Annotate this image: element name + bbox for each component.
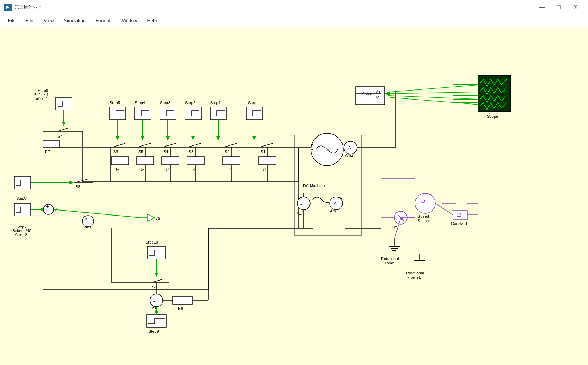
svg-marker-214: [155, 273, 158, 277]
svg-text:Constant: Constant: [451, 221, 467, 226]
svg-rect-27: [56, 97, 72, 110]
svg-marker-44: [69, 181, 74, 184]
step9-block[interactable]: Step9: [147, 315, 166, 333]
svg-rect-122: [223, 157, 240, 165]
svg-text:V_f: V_f: [297, 211, 303, 215]
step4-block[interactable]: Step4: [135, 101, 151, 120]
svg-line-216: [152, 279, 164, 282]
svg-rect-223: [173, 296, 192, 304]
svg-rect-211: [147, 246, 165, 259]
rotational-frame: [389, 239, 400, 251]
svg-rect-86: [246, 107, 262, 120]
svg-text:Step3: Step3: [160, 101, 170, 105]
svg-text:Sensor: Sensor: [418, 218, 430, 223]
rotational-frame1: [414, 254, 425, 265]
svg-text:S5: S5: [138, 149, 143, 154]
svg-line-91: [113, 143, 125, 147]
menu-view[interactable]: View: [38, 16, 59, 26]
menu-edit[interactable]: Edit: [20, 16, 38, 26]
svg-marker-81: [191, 136, 195, 140]
step7-block[interactable]: Step7 Before: 240 After: 0: [13, 203, 31, 236]
svg-rect-129: [259, 157, 276, 165]
svg-text:ω: ω: [421, 198, 425, 204]
step2-block[interactable]: Step2: [185, 101, 201, 120]
svg-text:R8: R8: [178, 306, 183, 310]
step6-block[interactable]: Step6 Before: 1 After: 0: [34, 88, 72, 110]
menu-format[interactable]: Format: [91, 16, 115, 26]
svg-marker-77: [166, 136, 170, 140]
svg-text:S2: S2: [225, 149, 229, 154]
svg-text:Frame1: Frame1: [407, 275, 421, 279]
svg-text:R7: R7: [45, 149, 50, 154]
svg-point-182: [415, 193, 435, 213]
menu-simulation[interactable]: Simulation: [59, 16, 91, 26]
svg-rect-228: [147, 315, 166, 327]
svg-text:12: 12: [456, 213, 461, 218]
svg-rect-115: [187, 157, 204, 165]
svg-text:Tm: Tm: [392, 225, 398, 229]
s9-switch[interactable]: S9: [149, 279, 169, 289]
svg-rect-108: [162, 157, 179, 165]
minimize-button[interactable]: —: [534, 0, 551, 14]
svg-text:-: -: [153, 299, 155, 304]
svg-text:Step5: Step5: [110, 101, 120, 105]
app-icon: ▶: [4, 4, 12, 11]
svg-text:R4: R4: [165, 167, 170, 172]
svg-line-176: [390, 85, 478, 92]
svg-text:Va: Va: [155, 216, 160, 220]
svg-text:S1: S1: [261, 149, 265, 154]
svg-text:Step1: Step1: [210, 101, 221, 105]
svg-text:Step4: Step4: [135, 101, 145, 105]
canvas-area[interactable]: Step6 Before: 1 After: 0 S7 R7 Step8: [0, 27, 588, 365]
svg-text:Rotational: Rotational: [381, 257, 399, 261]
svg-text:S7: S7: [58, 134, 62, 138]
menu-help[interactable]: Help: [142, 16, 162, 26]
menu-file[interactable]: File: [3, 16, 20, 26]
step5-block[interactable]: Step5: [110, 101, 126, 120]
svg-marker-73: [141, 136, 144, 140]
svg-rect-93: [111, 157, 129, 165]
s7-switch[interactable]: S7: [54, 128, 74, 138]
svg-marker-69: [116, 136, 119, 140]
svg-rect-74: [160, 107, 176, 120]
svg-text:Before: 1: Before: 1: [34, 93, 49, 97]
svg-text:After: 0: After: 0: [36, 97, 48, 101]
svg-text:DC Machine: DC Machine: [303, 184, 325, 188]
svg-text:-: -: [311, 151, 313, 155]
svg-line-189: [435, 203, 453, 215]
step8-block[interactable]: Step8: [14, 176, 31, 200]
svg-text:R5: R5: [139, 167, 144, 172]
svg-text:Speed: Speed: [418, 214, 429, 218]
svg-text:Probe: Probe: [361, 91, 372, 96]
svg-text:Step6: Step6: [38, 88, 48, 93]
svg-line-65: [54, 209, 140, 218]
maximize-button[interactable]: □: [551, 0, 567, 14]
close-button[interactable]: ✕: [567, 0, 584, 14]
svg-text:R2: R2: [226, 167, 231, 172]
svg-text:+: +: [85, 217, 87, 221]
svg-text:S8: S8: [75, 185, 80, 189]
titlebar: ▶ 第三周作业 * — □ ✕: [0, 0, 588, 14]
r7-resistor[interactable]: R7: [43, 140, 59, 154]
step3-block[interactable]: Step3: [160, 101, 176, 120]
svg-rect-101: [137, 157, 154, 165]
svg-rect-39: [43, 140, 59, 148]
svg-text:A: A: [348, 145, 351, 150]
svg-text:A: A: [334, 201, 337, 205]
menu-window[interactable]: Window: [115, 16, 142, 26]
svg-point-218: [150, 294, 163, 307]
svg-text:Step9: Step9: [148, 329, 159, 333]
svg-marker-63: [140, 214, 155, 221]
svg-rect-70: [135, 107, 151, 120]
svg-rect-49: [14, 203, 31, 216]
svg-text:-: -: [92, 220, 93, 223]
svg-text:Va: Va: [376, 90, 380, 94]
step10-block[interactable]: Step10: [146, 240, 165, 259]
svg-line-127: [261, 143, 273, 147]
s8-switch[interactable]: S8: [74, 179, 93, 189]
svg-rect-78: [185, 107, 201, 120]
svg-line-34: [58, 128, 68, 131]
step-block[interactable]: Step: [246, 101, 262, 120]
step1-block[interactable]: Step1: [210, 101, 226, 120]
svg-rect-82: [210, 107, 226, 120]
